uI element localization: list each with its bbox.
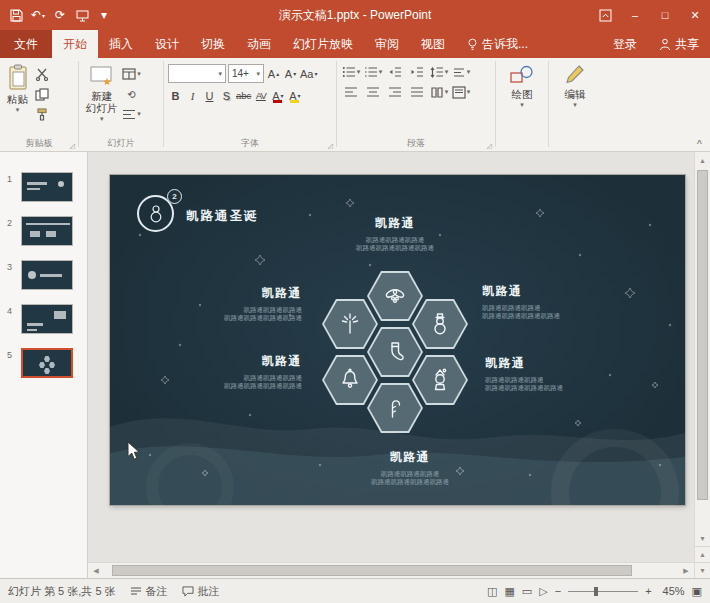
tab-view[interactable]: 视图 [410, 30, 456, 58]
slide-editing-area[interactable]: 2 凯路通圣诞 凯路通 凯路通凯路通凯路通 凯路通凯路通凯路通凯路通 凯路通 凯… [110, 175, 685, 505]
tab-file[interactable]: 文件 [0, 30, 52, 58]
character-spacing-button[interactable]: AV [253, 87, 268, 104]
increase-font-size-button[interactable]: A▴ [266, 65, 281, 82]
decrease-font-size-button[interactable]: A▾ [283, 65, 298, 82]
slide-thumbnail-5[interactable]: 5 [0, 348, 87, 392]
zoom-out-button[interactable]: − [555, 585, 561, 597]
reset-slide-button[interactable]: ⟲ [122, 86, 142, 102]
italic-button[interactable]: I [185, 87, 200, 104]
clipboard-dialog-launcher[interactable]: ◿ [70, 142, 75, 150]
drawing-group-button[interactable]: 绘图 ▾ [496, 61, 548, 111]
tab-home[interactable]: 开始 [52, 30, 98, 58]
tab-review[interactable]: 审阅 [364, 30, 410, 58]
tab-design[interactable]: 设计 [144, 30, 190, 58]
text-block-right-upper[interactable]: 凯路通 凯路通凯路通凯路通 凯路通凯路通凯路通凯路通 [482, 283, 652, 320]
zoom-slider[interactable] [568, 584, 638, 598]
text-direction-button[interactable]: ▾ [451, 64, 471, 80]
columns-button[interactable]: ▾ [429, 84, 449, 100]
undo-button[interactable]: ↶▾ [30, 5, 46, 25]
sign-in-button[interactable]: 登录 [602, 30, 648, 58]
next-slide-button[interactable]: ▼ [695, 562, 710, 578]
increase-indent-button[interactable] [407, 64, 427, 80]
text-block-left-upper[interactable]: 凯路通 凯路通凯路通凯路通 凯路通凯路通凯路通凯路通 [140, 285, 302, 322]
align-text-button[interactable]: ▾ [451, 84, 471, 100]
text-block-bottom[interactable]: 凯路通 凯路通凯路通凯路通 凯路通凯路通凯路通凯路通 [315, 449, 505, 486]
bullets-button[interactable]: ▾ [341, 64, 361, 80]
tell-me-box[interactable]: 告诉我... [456, 30, 539, 58]
minimize-button[interactable]: – [620, 0, 650, 30]
horizontal-scrollbar[interactable]: ◀ ▶ [88, 562, 694, 578]
text-shadow-button[interactable]: S [219, 87, 234, 104]
vertical-scroll-track[interactable] [695, 168, 710, 530]
tab-animations[interactable]: 动画 [236, 30, 282, 58]
editing-group-button[interactable]: 编辑 ▾ [549, 61, 601, 111]
reading-view-button[interactable]: ▭ [522, 585, 532, 598]
slide-thumbnail-1[interactable]: 1 [0, 172, 87, 216]
slide-title-text[interactable]: 凯路通圣诞 [186, 208, 259, 225]
paragraph-dialog-launcher[interactable]: ◿ [487, 142, 492, 150]
decrease-indent-button[interactable] [385, 64, 405, 80]
horizontal-scroll-track[interactable] [104, 563, 678, 579]
format-painter-button[interactable] [32, 106, 52, 122]
restore-button[interactable]: □ [650, 0, 680, 30]
align-center-button[interactable] [363, 84, 383, 100]
scroll-up-button[interactable]: ▲ [695, 152, 710, 168]
horizontal-scroll-thumb[interactable] [112, 565, 632, 576]
slide-layout-button[interactable]: ▾ [122, 66, 142, 82]
strikethrough-button[interactable]: abc [236, 87, 251, 104]
notes-button[interactable]: 备注 [130, 584, 168, 599]
bold-button[interactable]: B [168, 87, 183, 104]
redo-button[interactable]: ⟳ [52, 5, 68, 25]
scroll-left-button[interactable]: ◀ [88, 563, 104, 579]
text-block-right-lower[interactable]: 凯路通 凯路通凯路通凯路通 凯路通凯路通凯路通凯路通 [485, 355, 655, 392]
group-font: ▾ 14+▾ A▴ A▾ Aa▾ B I U S abc AV A▾ A▾ 字体 [164, 58, 336, 151]
copy-button[interactable] [32, 86, 52, 102]
normal-view-button[interactable]: ◫ [487, 585, 497, 598]
tab-insert[interactable]: 插入 [98, 30, 144, 58]
hexagon-candy-cane[interactable] [367, 383, 423, 433]
cut-button[interactable] [32, 66, 52, 82]
vertical-scrollbar[interactable]: ▲ ▼ ▲ ▼ [694, 152, 710, 578]
align-left-button[interactable] [341, 84, 361, 100]
text-block-left-lower[interactable]: 凯路通 凯路通凯路通凯路通 凯路通凯路通凯路通凯路通 [140, 353, 302, 390]
font-color-button[interactable]: A▾ [270, 87, 285, 104]
collapse-ribbon-button[interactable]: ^ [697, 138, 702, 148]
slide-thumbnail-3[interactable]: 3 [0, 260, 87, 304]
line-spacing-button[interactable]: ▾ [429, 64, 449, 80]
font-size-combobox[interactable]: 14+▾ [228, 64, 264, 83]
ribbon-display-options-button[interactable] [590, 0, 620, 30]
slide-sorter-view-button[interactable]: ▦ [504, 585, 514, 598]
close-button[interactable]: ✕ [680, 0, 710, 30]
save-button[interactable] [8, 5, 24, 25]
customize-qat-button[interactable]: ▾ [96, 5, 112, 25]
start-slideshow-button[interactable] [74, 5, 90, 25]
comments-button[interactable]: 批注 [182, 584, 220, 599]
fit-slide-to-window-button[interactable]: ▣ [692, 585, 702, 598]
underline-button[interactable]: U [202, 87, 217, 104]
paste-button[interactable]: 粘贴 ▾ [3, 61, 32, 116]
tab-transitions[interactable]: 切换 [190, 30, 236, 58]
text-highlight-button[interactable]: A▾ [287, 87, 302, 104]
align-right-button[interactable] [385, 84, 405, 100]
slide-thumbnail-4[interactable]: 4 [0, 304, 87, 348]
zoom-in-button[interactable]: + [645, 585, 651, 597]
change-case-button[interactable]: Aa▾ [300, 65, 317, 82]
section-button[interactable]: ▾ [122, 106, 142, 122]
justify-button[interactable] [407, 84, 427, 100]
slide-thumbnail-2[interactable]: 2 [0, 216, 87, 260]
tab-slideshow[interactable]: 幻灯片放映 [282, 30, 364, 58]
new-slide-button[interactable]: 新建 幻灯片 ▾ [82, 61, 122, 125]
scroll-down-button[interactable]: ▼ [695, 530, 710, 546]
zoom-slider-thumb[interactable] [594, 587, 598, 596]
slide-logo[interactable]: 2 [137, 195, 175, 233]
font-dialog-launcher[interactable]: ◿ [328, 142, 333, 150]
font-name-combobox[interactable]: ▾ [168, 64, 226, 83]
text-block-top[interactable]: 凯路通 凯路通凯路通凯路通 凯路通凯路通凯路通凯路通 [305, 215, 485, 252]
zoom-percentage[interactable]: 45% [659, 585, 685, 597]
vertical-scroll-thumb[interactable] [697, 170, 708, 500]
numbering-button[interactable]: ▾ [363, 64, 383, 80]
share-button[interactable]: 共享 [648, 30, 710, 58]
scroll-right-button[interactable]: ▶ [678, 563, 694, 579]
slideshow-view-button[interactable]: ▷ [539, 585, 547, 598]
previous-slide-button[interactable]: ▲ [695, 546, 710, 562]
